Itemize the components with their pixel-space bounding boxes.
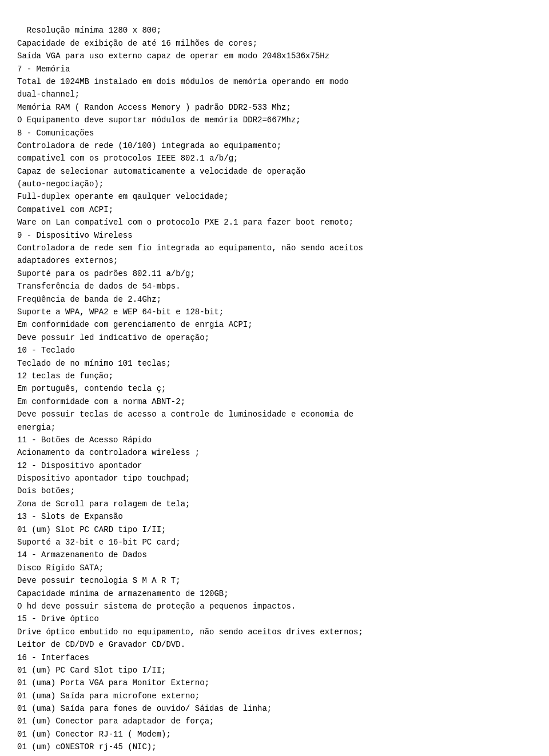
main-content: Resolução mínima 1280 x 800; Capacidade … xyxy=(17,11,532,756)
document-text: Resolução mínima 1280 x 800; Capacidade … xyxy=(17,26,363,756)
